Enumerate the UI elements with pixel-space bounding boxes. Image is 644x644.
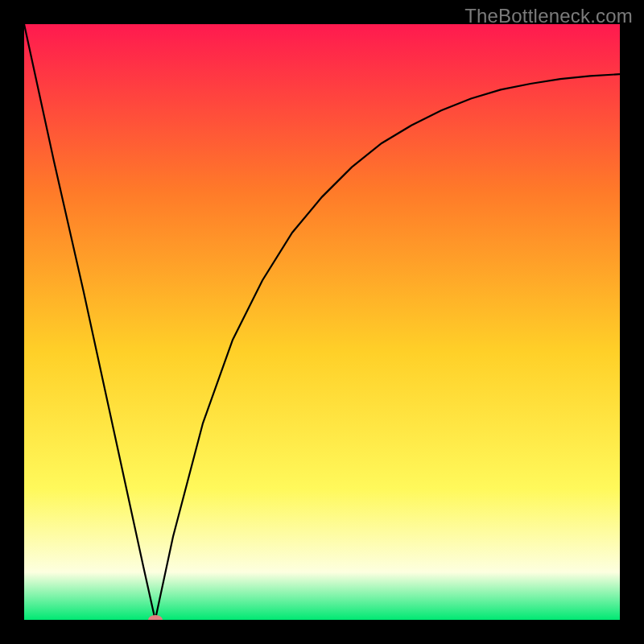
watermark-text: TheBottleneck.com: [464, 5, 633, 27]
gradient-rect: [24, 24, 620, 620]
gradient-background: [24, 24, 620, 620]
plot-area: [24, 24, 620, 620]
optimal-point-marker: [148, 615, 163, 620]
chart-frame: TheBottleneck.com: [0, 0, 644, 644]
